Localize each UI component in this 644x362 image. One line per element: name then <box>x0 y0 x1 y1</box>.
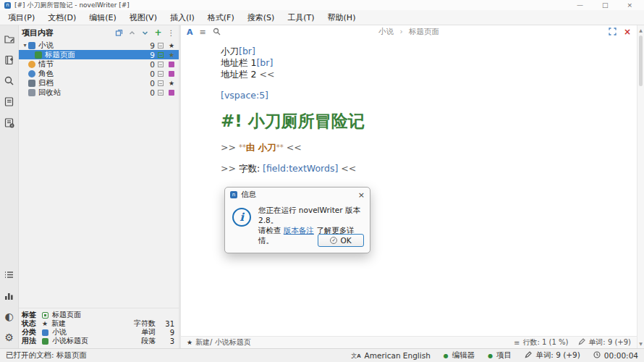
align-marker: << <box>256 69 274 80</box>
byline: >> **由 小刀** << <box>221 142 622 153</box>
menu-help[interactable]: 帮助(H) <box>321 11 363 25</box>
move-down-icon[interactable] <box>141 29 149 37</box>
session-words-indicator: 单词: 9 (+9) <box>525 350 580 361</box>
dialog-close-icon[interactable]: × <box>358 190 365 200</box>
add-item-icon[interactable]: + <box>154 29 162 37</box>
search-icon[interactable] <box>3 75 15 87</box>
minimize-button[interactable]: — <box>577 1 583 9</box>
active-flag-icon <box>155 52 166 58</box>
breadcrumb: 小说 › 标题页面 <box>181 27 637 37</box>
message-line2: 请检查 <box>258 226 284 235</box>
active-flag-icon <box>155 71 166 77</box>
menu-format[interactable]: 格式(F) <box>201 11 241 25</box>
breadcrumb-document[interactable]: 标题页面 <box>409 27 439 35</box>
side-icon-bar: ◐ ⚙ <box>0 25 19 348</box>
item-details-panel: 标签 标题页面 状态 ★ 新建 分类 小说 用法 小说标题页 <box>19 308 179 348</box>
tree-item-novel[interactable]: ▾ 小说 9 ★ <box>19 41 179 50</box>
menu-document[interactable]: 文档(D) <box>41 11 82 25</box>
active-flag-icon <box>155 43 166 49</box>
editor-status-label: 编辑器 <box>452 350 475 361</box>
breadcrumb-separator-icon: › <box>399 27 402 35</box>
build-manuscript-icon[interactable] <box>3 117 15 129</box>
focus-mode-icon[interactable] <box>609 28 617 37</box>
pen-icon <box>578 338 585 347</box>
word-count-line: >> 字数: [field:textWords] << <box>221 163 622 174</box>
align-marker: >> <box>221 142 239 153</box>
project-status-label: 项目 <box>496 350 512 361</box>
tree-item-trash[interactable]: 回收站 0 <box>19 88 179 97</box>
vspace-tag: [vspace:5] <box>221 90 268 101</box>
tree-item-label: 归档 <box>38 78 143 88</box>
language-indicator[interactable]: 文A American English <box>351 351 431 360</box>
tree-item-label: 回收站 <box>38 88 143 98</box>
word-count: 9 <box>143 41 155 50</box>
session-words-label: 单词: 9 (+9) <box>535 350 580 361</box>
maximize-button[interactable]: □ <box>602 1 609 9</box>
word-count: 9 <box>143 51 155 59</box>
bold-marker: ** <box>239 143 246 151</box>
statistics-icon[interactable] <box>3 290 15 302</box>
title-page-doc-icon <box>35 51 42 59</box>
novel-view-icon[interactable] <box>3 54 15 66</box>
status-square-icon <box>166 70 177 78</box>
project-status-dot-icon: ● <box>488 353 493 359</box>
menu-search[interactable]: 搜索(S) <box>241 11 281 25</box>
breadcrumb-root[interactable]: 小说 <box>378 27 394 35</box>
status-square-icon <box>166 60 177 69</box>
expand-collapse-icon[interactable] <box>115 29 123 37</box>
menu-edit[interactable]: 编辑(E) <box>82 11 123 25</box>
status-star-icon: ★ <box>42 321 48 327</box>
editor-scrollbar[interactable]: ▲ ▼ <box>637 25 644 348</box>
doc-text: 地址栏 2 <box>221 69 256 80</box>
align-marker: << <box>284 142 302 153</box>
details-list-icon[interactable] <box>3 269 15 281</box>
menu-project[interactable]: 项目(P) <box>1 11 41 25</box>
lines-icon: ≡ <box>514 339 520 347</box>
tree-item-characters[interactable]: 角色 0 <box>19 69 179 78</box>
doc-status[interactable]: 新建 <box>195 337 210 348</box>
settings-gear-icon[interactable]: ⚙ <box>3 332 15 344</box>
tree-item-label: 标题页面 <box>45 50 143 60</box>
close-button[interactable]: × <box>627 1 632 9</box>
move-up-icon[interactable] <box>128 29 136 37</box>
expander-icon[interactable]: ▾ <box>22 42 28 49</box>
scrollbar-thumb[interactable] <box>639 35 643 86</box>
word-count: 0 <box>143 60 155 69</box>
more-options-icon[interactable]: ⋮ <box>167 29 175 37</box>
session-time-indicator[interactable]: 00:00:04 <box>593 351 638 360</box>
outline-icon[interactable] <box>3 96 15 108</box>
tree-item-archive[interactable]: 归档 0 ★ <box>19 78 179 88</box>
status-bar: 已打开的文档: 标题页面 文A American English ● 编辑器 ●… <box>0 348 644 362</box>
ok-check-icon: ✓ <box>330 237 337 244</box>
detail-value: 小说标题页 <box>52 336 88 346</box>
field-tag: [field:textWords] <box>263 163 338 174</box>
release-notes-link[interactable]: 版本备注 <box>284 226 314 235</box>
doc-usage-path: / 小说标题页 <box>210 337 251 348</box>
tree-item-plot[interactable]: 情节 0 <box>19 59 179 69</box>
line-count[interactable]: 行数: 1 (1 %) <box>522 337 568 348</box>
scroll-down-icon[interactable]: ▼ <box>637 341 644 346</box>
usage-doc-icon <box>42 338 48 345</box>
menu-bar: 项目(P) 文档(D) 编辑(E) 视图(V) 插入(I) 格式(F) 搜索(S… <box>0 10 644 25</box>
info-dialog: n 信息 × i 您正在运行 novelWriter 版本 2.8。 请检查 版… <box>224 187 370 253</box>
archive-root-icon <box>28 80 35 87</box>
theme-toggle-icon[interactable]: ◐ <box>3 311 15 323</box>
active-flag-icon <box>155 62 166 67</box>
dialog-app-icon: n <box>230 191 237 198</box>
close-document-icon[interactable]: × <box>624 28 631 36</box>
word-count: 0 <box>143 88 155 97</box>
document-stats: 字符数 31 单词 9 段落 3 <box>114 319 174 345</box>
heading-marker: #! <box>221 111 242 130</box>
novel-root-icon <box>28 42 35 49</box>
importance-star-icon: ★ <box>166 80 177 87</box>
project-tree-icon[interactable] <box>3 33 15 45</box>
menu-tools[interactable]: 工具(T) <box>281 11 321 25</box>
dialog-title-bar: n 信息 × <box>225 188 370 202</box>
trash-root-icon <box>28 89 35 96</box>
menu-view[interactable]: 视图(V) <box>123 11 164 25</box>
ok-button[interactable]: ✓ OK <box>318 234 364 247</box>
tree-item-title-page[interactable]: 标题页面 9 ★ <box>19 50 179 59</box>
scroll-up-icon[interactable]: ▲ <box>637 28 644 33</box>
word-count[interactable]: 单词: 9 (+9) <box>588 337 631 348</box>
menu-insert[interactable]: 插入(I) <box>164 11 201 25</box>
